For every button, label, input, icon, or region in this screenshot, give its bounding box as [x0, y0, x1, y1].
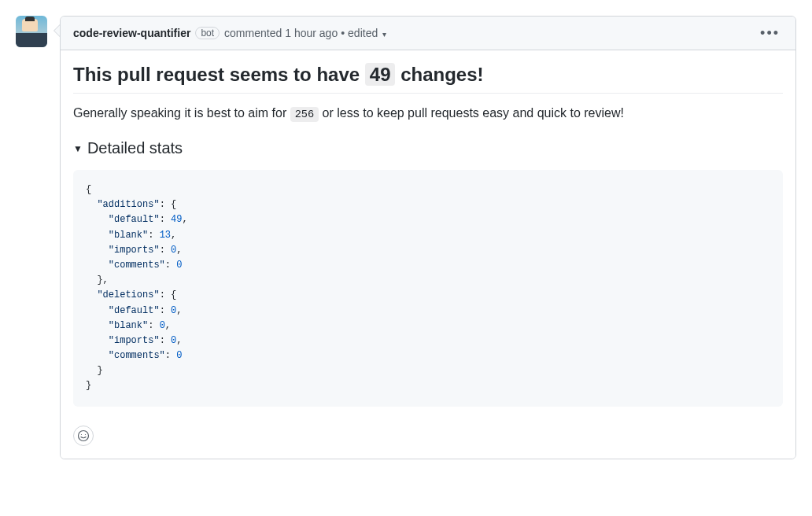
pr-summary-heading: This pull request seems to have 49 chang… [73, 63, 783, 87]
limit-code-badge: 256 [290, 107, 319, 122]
comment-body: This pull request seems to have 49 chang… [61, 50, 795, 419]
guidance-text: Generally speaking it is best to aim for… [73, 106, 783, 120]
meta-separator: • [341, 27, 345, 39]
title-section: This pull request seems to have 49 chang… [73, 63, 783, 94]
comment-footer [61, 419, 795, 459]
comment-arrow [54, 24, 60, 37]
bot-badge: bot [195, 27, 220, 39]
author-avatar[interactable] [16, 16, 47, 47]
chevron-down-icon: ▾ [382, 30, 386, 39]
detailed-stats-toggle[interactable]: ▼ Detailed stats [73, 139, 783, 157]
change-count-badge: 49 [365, 63, 396, 86]
kebab-menu-button[interactable]: ••• [757, 23, 783, 43]
stats-code-block: { "additions": { "default": 49, "blank":… [73, 170, 783, 407]
svg-point-1 [81, 434, 82, 435]
comment-wrapper: code-review-quantifier bot commented 1 h… [60, 16, 796, 459]
header-meta: code-review-quantifier bot commented 1 h… [73, 27, 386, 39]
caret-down-icon: ▼ [73, 143, 83, 154]
edited-dropdown[interactable]: edited ▾ [348, 27, 386, 39]
author-name-link[interactable]: code-review-quantifier [73, 27, 190, 39]
comment-header: code-review-quantifier bot commented 1 h… [61, 17, 795, 50]
svg-point-0 [79, 430, 89, 440]
add-reaction-button[interactable] [73, 426, 94, 446]
svg-point-2 [85, 434, 86, 435]
comment-container: code-review-quantifier bot commented 1 h… [16, 16, 796, 459]
commented-label: commented [224, 27, 282, 39]
timestamp-link[interactable]: 1 hour ago [285, 27, 338, 39]
smiley-icon [77, 429, 90, 442]
comment-box: code-review-quantifier bot commented 1 h… [60, 16, 796, 459]
